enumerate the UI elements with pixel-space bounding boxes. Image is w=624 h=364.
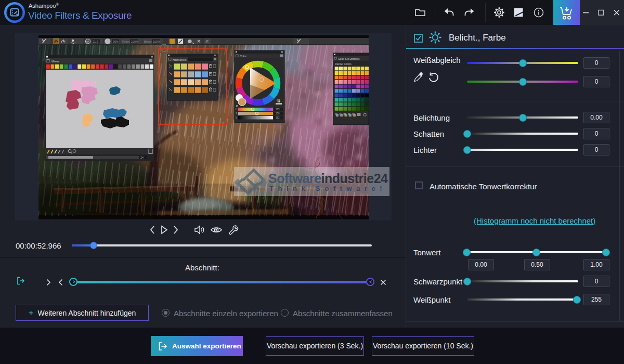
svg-text:Mixer: Mixer — [51, 60, 59, 63]
svg-text:...: ... — [349, 118, 352, 121]
svg-text:21.9: 21.9 — [93, 40, 98, 43]
svg-text:Color: Color — [240, 55, 246, 58]
svg-text:H: H — [236, 108, 237, 111]
svg-text:24: 24 — [140, 156, 144, 159]
svg-text:...: ... — [97, 157, 100, 161]
svg-text:162: 162 — [276, 116, 280, 119]
svg-text:84: 84 — [86, 40, 89, 43]
svg-text:90%: 90% — [113, 40, 119, 43]
svg-text:Color Set Libraries: Color Set Libraries — [338, 57, 360, 60]
svg-text:Harmonies: Harmonies — [173, 58, 187, 61]
svg-text:165: 165 — [276, 108, 280, 111]
svg-text:150: 150 — [276, 112, 280, 115]
svg-text:...: ... — [256, 120, 258, 123]
svg-text:Blend: Blend — [144, 40, 151, 43]
svg-text:Reset: Reset — [122, 40, 130, 43]
svg-text:100%: 100% — [153, 40, 160, 43]
svg-text:S: S — [236, 112, 237, 115]
svg-text:100%: 100% — [131, 40, 138, 43]
svg-text:V: V — [236, 116, 237, 119]
svg-text:Painter Colors: Painter Colors — [335, 62, 352, 66]
